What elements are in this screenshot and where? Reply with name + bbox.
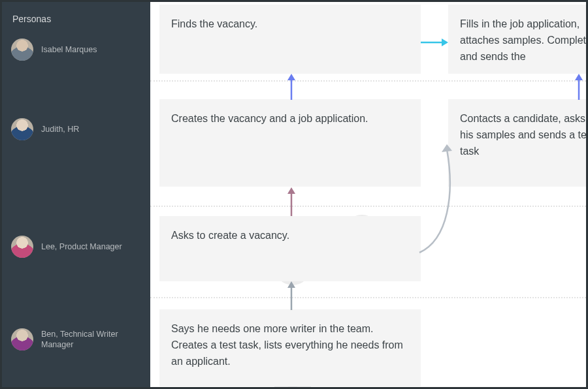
card-text: Creates the vacancy and a job applicatio… xyxy=(171,113,368,124)
journey-canvas[interactable]: Finds the vacancy. Fills in the job appl… xyxy=(150,2,586,387)
avatar xyxy=(11,328,33,350)
persona-name: Ben, Technical Writer Manager xyxy=(41,329,139,350)
card-text: Finds the vacancy. xyxy=(171,18,257,29)
card-lee-asks[interactable]: Asks to create a vacancy. xyxy=(159,216,421,281)
svg-marker-26 xyxy=(442,39,448,46)
card-judith-contacts[interactable]: Contacts a candidate, asks for his sampl… xyxy=(448,99,586,187)
card-judith-creates[interactable]: Creates the vacancy and a job applicatio… xyxy=(159,99,421,187)
card-text: Fills in the job application, attaches s… xyxy=(460,18,586,62)
avatar xyxy=(11,39,33,61)
card-text: Says he needs one more writer in the tea… xyxy=(171,323,403,367)
card-ben-says[interactable]: Says he needs one more writer in the tea… xyxy=(159,309,421,386)
persona-ben[interactable]: Ben, Technical Writer Manager xyxy=(2,328,150,350)
persona-lee[interactable]: Lee, Product Manager xyxy=(2,236,150,258)
arrow-ben-to-lee xyxy=(285,281,298,310)
card-isabel-finds[interactable]: Finds the vacancy. xyxy=(159,5,421,74)
svg-marker-28 xyxy=(575,74,583,80)
persona-isabel[interactable]: Isabel Marques xyxy=(2,39,150,61)
lane-divider xyxy=(150,206,586,207)
persona-name: Lee, Product Manager xyxy=(41,241,122,252)
avatar xyxy=(11,236,33,258)
lane-divider xyxy=(150,80,586,82)
arrow-lee-to-judith xyxy=(285,187,298,216)
svg-marker-20 xyxy=(287,281,295,288)
card-isabel-fills[interactable]: Fills in the job application, attaches s… xyxy=(448,5,586,74)
svg-marker-22 xyxy=(287,187,295,194)
personas-sidebar: Personas Isabel Marques Judith, HR Lee, … xyxy=(2,2,150,387)
persona-judith[interactable]: Judith, HR xyxy=(2,118,150,140)
lane-divider xyxy=(150,297,586,298)
avatar xyxy=(11,118,33,140)
persona-name: Judith, HR xyxy=(41,124,79,134)
svg-marker-24 xyxy=(287,74,295,80)
arrow-isabel-right xyxy=(421,36,448,49)
arrow-judith-to-isabel-right xyxy=(572,74,585,100)
card-text: Asks to create a vacancy. xyxy=(171,230,289,241)
persona-name: Isabel Marques xyxy=(41,44,97,55)
arrow-judith-to-isabel xyxy=(285,74,298,100)
sidebar-title: Personas xyxy=(2,14,150,29)
app-frame: Personas Isabel Marques Judith, HR Lee, … xyxy=(2,2,586,387)
card-text: Contacts a candidate, asks for his sampl… xyxy=(460,113,586,157)
